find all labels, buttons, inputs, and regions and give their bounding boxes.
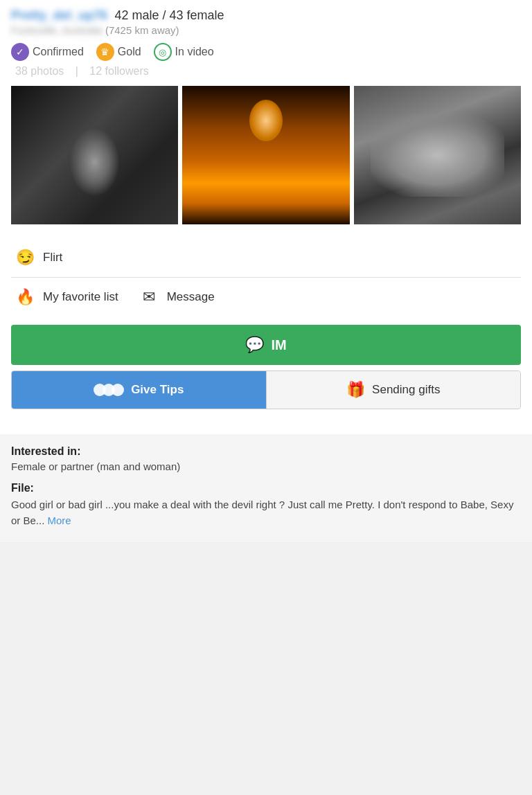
gift-icon: 🎁 bbox=[346, 381, 365, 399]
file-content: Good girl or bad girl ...you make a deal… bbox=[11, 499, 513, 526]
gold-badge: ♛ Gold bbox=[96, 43, 141, 61]
sending-gifts-label: Sending gifts bbox=[372, 383, 440, 397]
age-gender: 42 male / 43 female bbox=[115, 8, 224, 22]
interested-label: Interested in: bbox=[11, 445, 521, 458]
photo-1[interactable] bbox=[11, 86, 178, 224]
interested-value: Female or partner (man and woman) bbox=[11, 461, 521, 472]
im-label: IM bbox=[271, 337, 286, 353]
photo-grid bbox=[11, 86, 521, 224]
message-icon: ✉ bbox=[138, 286, 160, 308]
username-age-row: Pretty_del_up76 42 male / 43 female bbox=[11, 8, 521, 23]
followers-count[interactable]: 12 followers bbox=[89, 65, 148, 77]
badges-row: ✓ Confirmed ♛ Gold ◎ In video bbox=[11, 43, 521, 61]
tips-gifts-row: Give Tips 🎁 Sending gifts bbox=[11, 370, 521, 409]
confirmed-label: Confirmed bbox=[33, 46, 84, 58]
video-badge: ◎ In video bbox=[154, 43, 214, 61]
separator: | bbox=[76, 65, 78, 77]
favorite-icon: 🔥 bbox=[14, 286, 36, 308]
distance: (7425 km away) bbox=[105, 24, 179, 36]
divider-1 bbox=[11, 277, 521, 278]
confirmed-badge: ✓ Confirmed bbox=[11, 43, 84, 61]
message-label: Message bbox=[167, 290, 215, 304]
sending-gifts-button[interactable]: 🎁 Sending gifts bbox=[266, 371, 521, 409]
flirt-label: Flirt bbox=[43, 251, 62, 265]
username[interactable]: Pretty_del_up76 bbox=[11, 8, 107, 23]
photo-3[interactable] bbox=[354, 86, 521, 224]
confirmed-icon: ✓ bbox=[11, 43, 29, 61]
gold-icon: ♛ bbox=[96, 43, 114, 61]
photos-followers-row: 38 photos | 12 followers bbox=[11, 65, 521, 78]
info-section: Interested in: Female or partner (man an… bbox=[0, 434, 532, 542]
actions-section: 😏 Flirt 🔥 My favorite list ✉ Message bbox=[11, 237, 521, 316]
flirt-icon: 😏 bbox=[14, 247, 36, 269]
give-tips-button[interactable]: Give Tips bbox=[12, 371, 266, 409]
flirt-action[interactable]: 😏 Flirt bbox=[11, 241, 521, 274]
gold-label: Gold bbox=[118, 46, 141, 58]
file-label: File: bbox=[11, 482, 521, 494]
location: Fucksville, Australia (7425 km away) bbox=[11, 24, 521, 36]
profile-header: Pretty_del_up76 42 male / 43 female Fuck… bbox=[11, 8, 521, 36]
favorite-action[interactable]: 🔥 My favorite list bbox=[14, 286, 118, 308]
photo-2[interactable] bbox=[182, 86, 349, 224]
photos-count[interactable]: 38 photos bbox=[15, 65, 64, 77]
favorite-label: My favorite list bbox=[43, 290, 118, 304]
file-text: Good girl or bad girl ...you make a deal… bbox=[11, 497, 521, 528]
video-icon: ◎ bbox=[154, 43, 172, 61]
coins-icon bbox=[94, 384, 124, 396]
video-label: In video bbox=[175, 46, 214, 58]
give-tips-label: Give Tips bbox=[131, 383, 184, 397]
more-link[interactable]: More bbox=[48, 515, 71, 526]
location-city: Fucksville, Australia bbox=[11, 24, 103, 36]
favorite-message-row: 🔥 My favorite list ✉ Message bbox=[11, 280, 521, 314]
message-action[interactable]: ✉ Message bbox=[138, 286, 215, 308]
im-chat-icon: 💬 bbox=[245, 336, 264, 354]
im-button[interactable]: 💬 IM bbox=[11, 325, 521, 365]
